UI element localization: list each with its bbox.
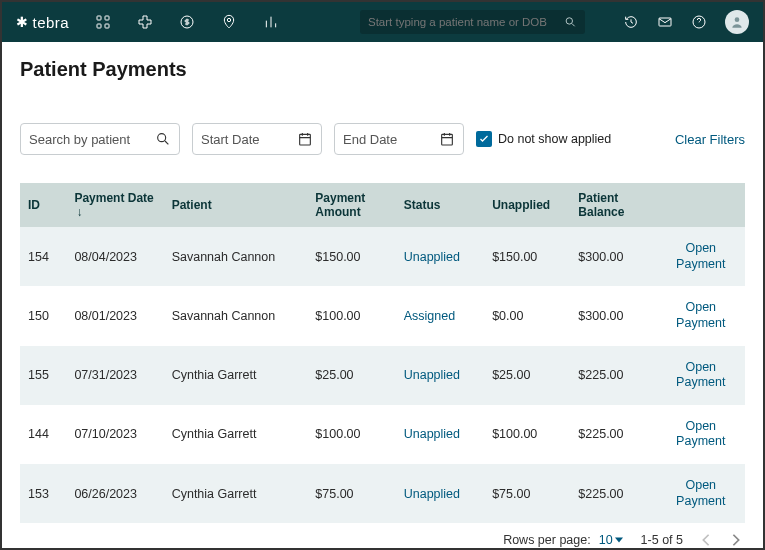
- pager-nav: [701, 533, 741, 547]
- checkbox-icon: [476, 131, 492, 147]
- cell-balance: $300.00: [570, 286, 656, 345]
- open-payment-link[interactable]: OpenPayment: [657, 464, 745, 523]
- cell-balance: $300.00: [570, 227, 656, 286]
- svg-rect-12: [442, 134, 453, 145]
- cell-balance: $225.00: [570, 346, 656, 405]
- cell-unapplied: $25.00: [484, 346, 570, 405]
- cell-amount: $100.00: [307, 405, 395, 464]
- calendar-icon: [439, 131, 455, 147]
- filter-row: Search by patient Start Date End Date Do…: [20, 123, 745, 155]
- history-icon[interactable]: [623, 14, 639, 30]
- location-icon[interactable]: [221, 14, 237, 30]
- cell-date: 08/01/2023: [66, 286, 163, 345]
- cell-patient: Cynthia Garrett: [164, 405, 308, 464]
- svg-rect-7: [659, 18, 671, 26]
- cell-amount: $25.00: [307, 346, 395, 405]
- table-row[interactable]: 15408/04/2023Savannah Cannon$150.00Unapp…: [20, 227, 745, 286]
- svg-rect-1: [105, 16, 109, 20]
- right-icons: [623, 10, 749, 34]
- cell-status[interactable]: Unapplied: [396, 346, 484, 405]
- open-payment-link[interactable]: OpenPayment: [657, 286, 745, 345]
- cell-amount: $150.00: [307, 227, 395, 286]
- cell-id: 150: [20, 286, 66, 345]
- cell-balance: $225.00: [570, 405, 656, 464]
- cell-patient: Savannah Cannon: [164, 286, 308, 345]
- col-unapplied[interactable]: Unapplied: [484, 183, 570, 227]
- avatar[interactable]: [725, 10, 749, 34]
- svg-point-10: [158, 134, 166, 142]
- col-id[interactable]: ID: [20, 183, 66, 227]
- cell-date: 07/31/2023: [66, 346, 163, 405]
- end-date-input[interactable]: End Date: [334, 123, 464, 155]
- table-header-row: ID Payment Date ↓ Patient Payment Amount…: [20, 183, 745, 227]
- svg-rect-2: [97, 24, 101, 28]
- cell-unapplied: $100.00: [484, 405, 570, 464]
- dollar-icon[interactable]: [179, 14, 195, 30]
- col-patient[interactable]: Patient: [164, 183, 308, 227]
- help-icon[interactable]: [691, 14, 707, 30]
- cell-id: 155: [20, 346, 66, 405]
- pager-next-button[interactable]: [731, 533, 741, 547]
- cell-status[interactable]: Unapplied: [396, 405, 484, 464]
- cell-unapplied: $75.00: [484, 464, 570, 523]
- table-row[interactable]: 15306/26/2023Cynthia Garrett$75.00Unappl…: [20, 464, 745, 523]
- svg-rect-11: [300, 134, 311, 145]
- cell-balance: $225.00: [570, 464, 656, 523]
- pager-range: 1-5 of 5: [641, 533, 683, 547]
- table-row[interactable]: 15008/01/2023Savannah Cannon$100.00Assig…: [20, 286, 745, 345]
- nav-icons: [95, 14, 279, 30]
- brand[interactable]: ✱ tebra: [16, 14, 69, 31]
- pager-prev-button[interactable]: [701, 533, 711, 547]
- col-status[interactable]: Status: [396, 183, 484, 227]
- open-payment-link[interactable]: OpenPayment: [657, 346, 745, 405]
- calendar-icon: [297, 131, 313, 147]
- cell-amount: $100.00: [307, 286, 395, 345]
- rows-per-page: Rows per page: 10: [503, 533, 622, 547]
- cell-date: 07/10/2023: [66, 405, 163, 464]
- global-search[interactable]: [360, 10, 585, 34]
- col-payment-date[interactable]: Payment Date ↓: [66, 183, 163, 227]
- pagination: Rows per page: 10 1-5 of 5: [20, 523, 745, 547]
- svg-point-5: [228, 18, 231, 21]
- open-payment-link[interactable]: OpenPayment: [657, 405, 745, 464]
- caret-down-icon: [615, 537, 623, 543]
- cell-status[interactable]: Unapplied: [396, 227, 484, 286]
- apps-icon[interactable]: [95, 14, 111, 30]
- svg-point-6: [566, 18, 572, 24]
- cell-id: 153: [20, 464, 66, 523]
- brand-logo-icon: ✱: [16, 14, 29, 30]
- rows-per-page-select[interactable]: 10: [599, 533, 623, 547]
- table-row[interactable]: 15507/31/2023Cynthia Garrett$25.00Unappl…: [20, 346, 745, 405]
- search-icon: [155, 131, 171, 147]
- cell-status[interactable]: Assigned: [396, 286, 484, 345]
- plus-medical-icon[interactable]: [137, 14, 153, 30]
- cell-date: 06/26/2023: [66, 464, 163, 523]
- do-not-show-applied-checkbox[interactable]: Do not show applied: [476, 131, 611, 147]
- col-patient-balance[interactable]: Patient Balance: [570, 183, 656, 227]
- col-action: [657, 183, 745, 227]
- clear-filters-link[interactable]: Clear Filters: [675, 132, 745, 147]
- cell-patient: Savannah Cannon: [164, 227, 308, 286]
- table-row[interactable]: 14407/10/2023Cynthia Garrett$100.00Unapp…: [20, 405, 745, 464]
- open-payment-link[interactable]: OpenPayment: [657, 227, 745, 286]
- svg-rect-3: [105, 24, 109, 28]
- cell-patient: Cynthia Garrett: [164, 346, 308, 405]
- cell-unapplied: $0.00: [484, 286, 570, 345]
- cell-status[interactable]: Unapplied: [396, 464, 484, 523]
- cell-id: 144: [20, 405, 66, 464]
- chart-icon[interactable]: [263, 14, 279, 30]
- global-search-input[interactable]: [368, 16, 558, 28]
- start-date-input[interactable]: Start Date: [192, 123, 322, 155]
- cell-amount: $75.00: [307, 464, 395, 523]
- brand-text: tebra: [33, 14, 70, 31]
- svg-rect-0: [97, 16, 101, 20]
- svg-point-9: [735, 17, 740, 22]
- cell-id: 154: [20, 227, 66, 286]
- mail-icon[interactable]: [657, 14, 673, 30]
- sort-desc-icon: ↓: [76, 205, 82, 219]
- page-body: Patient Payments Search by patient Start…: [2, 42, 763, 550]
- col-payment-amount[interactable]: Payment Amount: [307, 183, 395, 227]
- top-nav: ✱ tebra: [2, 2, 763, 42]
- search-patient-input[interactable]: Search by patient: [20, 123, 180, 155]
- cell-patient: Cynthia Garrett: [164, 464, 308, 523]
